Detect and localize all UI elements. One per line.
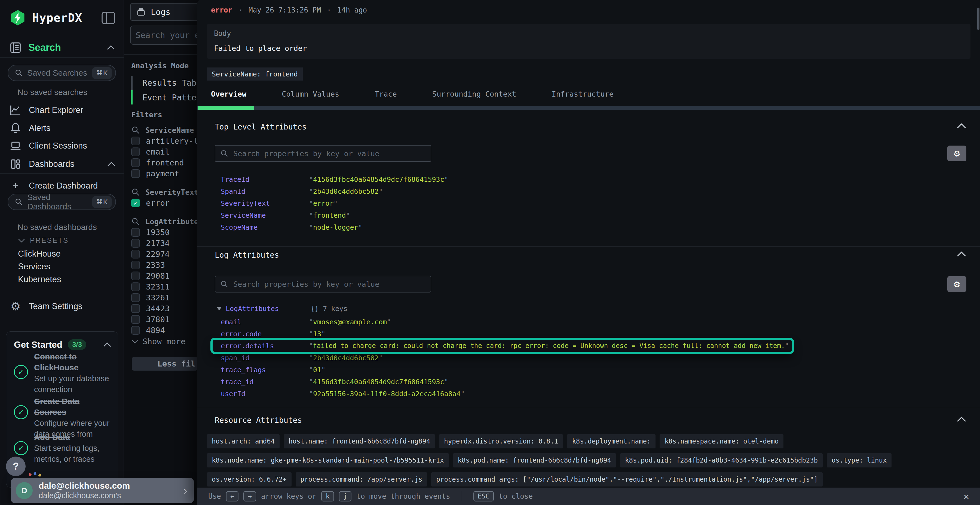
attribute-key[interactable]: trace_id <box>221 378 309 386</box>
resource-chip-process-command-args[interactable]: process.command args: ["/usr/local/bin/n… <box>431 472 822 486</box>
checkbox[interactable] <box>131 315 140 324</box>
get-started-header[interactable]: Get Started 3/3 <box>6 332 118 350</box>
resource-chip-k8s-node-name[interactable]: k8s.node.name: gke-pme-k8s-standard-main… <box>207 453 449 467</box>
resource-chip-os-type[interactable]: os.type: linux <box>827 453 891 467</box>
get-started-step-add-data[interactable]: ✓ Add Data Start sending logs, metrics, … <box>14 432 112 464</box>
attribute-value[interactable]: 2b43d0c4dd6bc582 <box>309 187 383 195</box>
arrow-right-key[interactable]: → <box>243 491 256 502</box>
checkbox[interactable] <box>131 158 140 167</box>
close-icon[interactable]: ✕ <box>964 491 969 502</box>
filter-group-name: ServiceName <box>145 126 194 134</box>
checkbox[interactable] <box>131 260 140 269</box>
tab-infrastructure[interactable]: Infrastructure <box>552 90 614 106</box>
sidebar-item-alerts[interactable]: Alerts <box>9 122 115 134</box>
log-attributes-search-input[interactable]: Search properties by key or value <box>215 276 431 292</box>
collapse-sidebar-icon[interactable] <box>101 11 115 24</box>
attribute-key[interactable]: SpanId <box>221 187 309 195</box>
active-mode-indicator <box>130 91 132 105</box>
checkbox[interactable] <box>131 137 140 145</box>
attribute-value[interactable]: frontend <box>309 211 350 219</box>
preset-clickhouse[interactable]: ClickHouse <box>18 249 61 259</box>
tab-column-values[interactable]: Column Values <box>282 90 339 106</box>
attribute-value[interactable]: 13 <box>309 330 325 338</box>
attribute-key[interactable]: ServiceName <box>221 211 309 219</box>
attribute-key[interactable]: SeverityText <box>221 199 309 207</box>
sidebar-item-chart-explorer[interactable]: Chart Explorer <box>9 104 115 116</box>
create-dashboard-button[interactable]: + Create Dashboard <box>9 180 115 192</box>
tab-surrounding-context[interactable]: Surrounding Context <box>432 90 516 106</box>
collapse-section-icon[interactable] <box>956 251 966 257</box>
preset-services[interactable]: Services <box>18 262 50 272</box>
attribute-key[interactable]: trace_flags <box>221 366 309 374</box>
sidebar-item-client-sessions[interactable]: Client Sessions <box>9 140 115 152</box>
j-key[interactable]: j <box>339 491 352 502</box>
checkbox[interactable] <box>131 293 140 302</box>
collapse-section-icon[interactable] <box>956 123 966 129</box>
help-button[interactable]: ? <box>6 457 25 476</box>
attribute-value[interactable]: 2b43d0c4dd6bc582 <box>309 354 383 362</box>
resource-chip-host-name[interactable]: host.name: frontend-6b6c8d7bfd-ng894 <box>284 434 435 448</box>
checkbox[interactable] <box>131 272 140 280</box>
panel-scrollbar[interactable] <box>977 8 980 497</box>
user-account-chip[interactable]: D dale@clickhouse.com dale@clickhouse.co… <box>11 478 194 503</box>
saved-dashboards-input[interactable]: Saved Dashboards ⌘K <box>8 194 116 210</box>
attribute-key[interactable]: TraceId <box>221 176 309 183</box>
mode-indicator <box>130 76 132 90</box>
attribute-value[interactable]: failed to charge card: could not charge … <box>309 342 789 349</box>
tab-overview[interactable]: Overview <box>211 90 247 106</box>
resource-chip-os-version[interactable]: os.version: 6.6.72+ <box>207 472 291 486</box>
resource-chip-k8s-namespace-name[interactable]: k8s.namespace.name: otel-demo <box>660 434 783 448</box>
resource-chip-k8s-deployment-name[interactable]: k8s.deployment.name: <box>567 434 655 448</box>
checkbox[interactable] <box>131 148 140 156</box>
attribute-key[interactable]: error.code <box>221 330 309 338</box>
attribute-value[interactable]: node-logger <box>309 223 362 231</box>
scrollbar-thumb[interactable] <box>977 8 980 30</box>
presets-toggle[interactable]: PRESETS <box>18 236 68 245</box>
resource-chip-k8s-pod-uid[interactable]: k8s.pod.uid: f284fb2d-a0b3-4634-991b-e2c… <box>620 453 822 467</box>
checkbox[interactable] <box>131 239 140 248</box>
attribute-value[interactable]: 92a55156-39a4-11f0-8ddd-a2eca416a8a4 <box>309 390 465 398</box>
attribute-value[interactable]: 4156d3fbc40a64854d9dc7f68641593c <box>309 176 449 183</box>
get-started-step-connect[interactable]: ✓ Connect to ClickHouse Set up your data… <box>14 351 112 395</box>
hyperdx-logo-icon <box>9 9 26 26</box>
checkbox[interactable] <box>131 169 140 178</box>
attribute-value[interactable]: vmoses@example.com <box>309 318 391 326</box>
top-level-settings-button[interactable]: ⚙ <box>947 146 966 161</box>
sidebar: HyperDX Search Saved Se <box>0 0 124 505</box>
resource-chip-hyperdx-distro-version[interactable]: hyperdx.distro.version: 0.8.1 <box>439 434 563 448</box>
resource-chip-host-arch[interactable]: host.arch: amd64 <box>207 434 280 448</box>
checkbox[interactable] <box>131 283 140 291</box>
saved-searches-input[interactable]: Saved Searches ⌘K <box>8 65 116 81</box>
collapse-section-icon[interactable] <box>956 416 966 422</box>
esc-key[interactable]: ESC <box>473 491 494 502</box>
attribute-key[interactable]: email <box>221 318 309 326</box>
log-attributes-settings-button[interactable]: ⚙ <box>947 276 966 292</box>
sidebar-item-dashboards[interactable]: Dashboards <box>9 158 115 170</box>
attribute-value[interactable]: 4156d3fbc40a64854d9dc7f68641593c <box>309 378 449 386</box>
service-name-tag[interactable]: ServiceName: frontend <box>207 67 303 81</box>
filter-option-label: 4894 <box>146 326 165 335</box>
sidebar-item-search[interactable]: Search <box>9 41 115 54</box>
resource-chip-k8s-pod-name[interactable]: k8s.pod.name: frontend-6b6c8d7bfd-ng894 <box>453 453 616 467</box>
checkbox[interactable] <box>131 304 140 313</box>
checkbox[interactable] <box>131 250 140 259</box>
attribute-value[interactable]: error <box>309 199 337 207</box>
attribute-key[interactable]: error.details <box>221 342 309 350</box>
arrow-left-key[interactable]: ← <box>226 491 239 502</box>
sidebar-item-team-settings[interactable]: ⚙ Team Settings <box>9 300 115 313</box>
brand-logo-row[interactable]: HyperDX <box>9 9 82 26</box>
log-attributes-root-node[interactable]: LogAttributes {} 7 keys <box>216 303 347 314</box>
attribute-key[interactable]: span_id <box>221 354 309 362</box>
attribute-key[interactable]: userId <box>221 390 309 398</box>
attribute-value[interactable]: 01 <box>309 366 325 374</box>
k-key[interactable]: k <box>321 491 334 502</box>
attribute-key[interactable]: ScopeName <box>221 223 309 231</box>
checkbox[interactable] <box>131 228 140 237</box>
tab-trace[interactable]: Trace <box>375 90 397 106</box>
resource-chip-process-command[interactable]: process.command: /app/server.js <box>296 472 427 486</box>
preset-kubernetes[interactable]: Kubernetes <box>18 275 61 284</box>
checkbox[interactable] <box>131 326 140 335</box>
less-filters-button[interactable]: Less fil <box>132 357 197 371</box>
checked-checkbox[interactable]: ✓ <box>131 199 140 207</box>
top-level-search-input[interactable]: Search properties by key or value <box>215 145 431 162</box>
